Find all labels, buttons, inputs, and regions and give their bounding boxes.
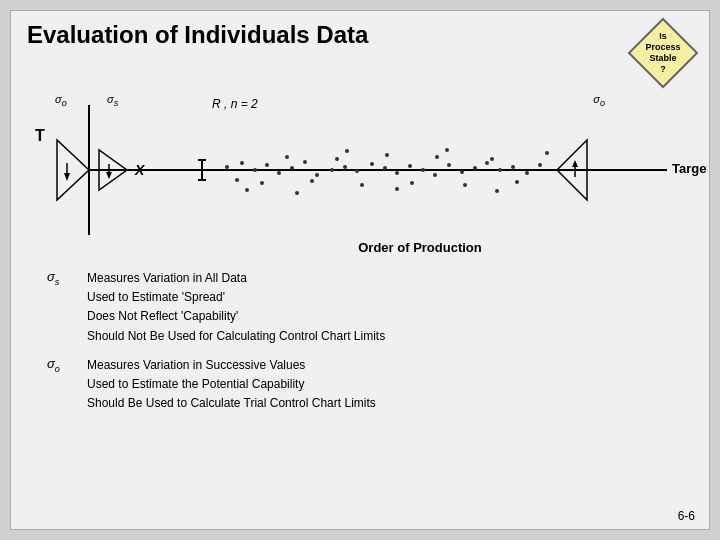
svg-point-64 [545,151,549,155]
sigma-o-symbol: σo [47,356,77,414]
svg-point-52 [385,153,389,157]
svg-point-41 [485,161,489,165]
sigma-o-info: Measures Variation in Successive Values … [87,356,376,414]
svg-point-38 [447,163,451,167]
svg-point-46 [235,178,239,182]
svg-point-63 [495,189,499,193]
svg-point-55 [463,183,467,187]
svg-point-43 [511,165,515,169]
svg-point-22 [240,161,244,165]
svg-point-28 [315,173,319,177]
svg-point-54 [435,155,439,159]
svg-marker-9 [64,173,70,181]
svg-point-58 [245,188,249,192]
svg-point-37 [433,173,437,177]
svg-point-21 [225,165,229,169]
svg-point-61 [395,187,399,191]
order-label: Order of Production [147,240,693,255]
svg-point-30 [343,165,347,169]
svg-point-34 [395,171,399,175]
svg-point-27 [303,160,307,164]
svg-point-24 [265,163,269,167]
svg-point-31 [355,169,359,173]
svg-point-62 [445,148,449,152]
svg-point-42 [498,168,502,172]
chart-area: T σo σs R , n = 2 σo X [27,55,693,255]
svg-point-56 [490,157,494,161]
svg-point-48 [285,155,289,159]
svg-point-32 [370,162,374,166]
svg-text:X: X [134,162,146,178]
svg-point-51 [360,183,364,187]
svg-point-23 [253,168,257,172]
svg-point-50 [335,157,339,161]
chart-svg: X Target [27,105,707,255]
svg-point-25 [277,171,281,175]
svg-point-33 [383,166,387,170]
svg-marker-19 [572,160,578,167]
svg-marker-7 [57,140,89,200]
svg-point-60 [345,149,349,153]
sigma-s-info: Measures Variation in All Data Used to E… [87,269,385,346]
sigma-s-symbol: σs [47,269,77,346]
svg-point-47 [260,181,264,185]
sigma-s-section: σs Measures Variation in All Data Used t… [47,269,693,346]
svg-text:Is: Is [659,31,667,41]
svg-point-29 [330,168,334,172]
svg-point-36 [421,168,425,172]
svg-point-35 [408,164,412,168]
svg-point-57 [515,180,519,184]
svg-point-49 [310,179,314,183]
svg-point-53 [410,181,414,185]
svg-point-39 [460,170,464,174]
svg-text:Process: Process [645,42,680,52]
svg-text:Target: Target [672,161,707,176]
svg-point-59 [295,191,299,195]
svg-point-45 [538,163,542,167]
svg-point-44 [525,171,529,175]
svg-point-40 [473,166,477,170]
svg-marker-12 [106,172,112,179]
sigma-o-section: σo Measures Variation in Successive Valu… [47,356,693,414]
title: Evaluation of Individuals Data [27,21,693,49]
page-number: 6-6 [678,509,695,523]
svg-point-26 [290,166,294,170]
